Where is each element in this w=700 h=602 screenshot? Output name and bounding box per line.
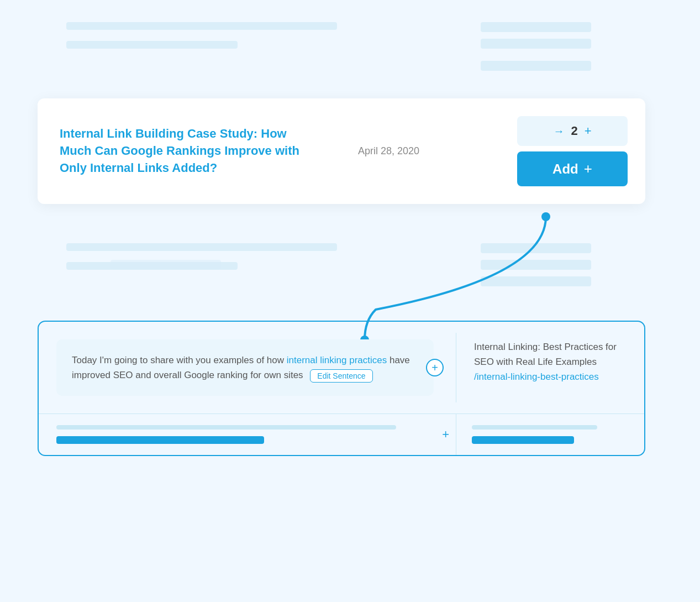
add-button-label: Add [552, 161, 578, 177]
links-badge: → 2 + [517, 116, 628, 146]
bottom-card: Today I'm going to share with you exampl… [38, 321, 645, 456]
bottom-right-panel: Internal Linking: Best Practices for SEO… [456, 322, 644, 413]
row2-right-skeleton-bar [472, 436, 574, 444]
top-card-right: → 2 + Add + [517, 116, 628, 186]
row2-right [456, 414, 644, 455]
skeleton-row-11 [481, 276, 591, 286]
scene: Internal Link Building Case Study: How M… [0, 0, 700, 602]
row2-right-skeleton-line [472, 425, 597, 430]
skeleton-row-10 [481, 260, 591, 270]
arrow-icon: → [553, 125, 564, 138]
sentence-highlight: internal linking practices [287, 355, 387, 365]
sentence-text-before: Today I'm going to share with you exampl… [72, 355, 287, 365]
skeleton-row-8 [481, 243, 591, 253]
article-date: April 28, 2020 [358, 145, 419, 157]
skeleton-row-9 [110, 260, 221, 270]
skeleton-row-5 [481, 61, 591, 71]
skeleton-row-4 [481, 39, 591, 49]
add-button[interactable]: Add + [517, 151, 628, 186]
skeleton-row-6 [66, 243, 337, 251]
skeleton-row-3 [481, 22, 591, 32]
bottom-card-inner: Today I'm going to share with you exampl… [39, 322, 644, 413]
article-title[interactable]: Internal Link Building Case Study: How M… [60, 125, 314, 176]
edit-sentence-button[interactable]: Edit Sentence [310, 369, 372, 383]
row2-skeleton-bar [56, 436, 264, 444]
target-article-link[interactable]: /internal-linking-best-practices [474, 369, 629, 384]
row2-plus-button[interactable]: + [442, 427, 449, 442]
sentence-box: Today I'm going to share with you exampl… [56, 339, 434, 396]
bottom-left-panel: Today I'm going to share with you exampl… [39, 322, 456, 413]
row2-skeleton-line [56, 425, 396, 430]
badge-plus-icon: + [585, 124, 592, 138]
connector-line [0, 0, 700, 602]
svg-point-0 [541, 212, 550, 221]
skeleton-row-1 [66, 22, 337, 30]
skeleton-row-2 [66, 41, 238, 49]
target-article-title: Internal Linking: Best Practices for SEO… [474, 339, 629, 369]
add-link-plus-button[interactable]: + [426, 359, 444, 376]
links-count: 2 [571, 124, 577, 138]
add-button-plus-icon: + [584, 160, 592, 177]
top-card: Internal Link Building Case Study: How M… [38, 98, 645, 204]
top-card-left: Internal Link Building Case Study: How M… [60, 125, 419, 176]
bottom-card-row2: + [39, 413, 644, 455]
row2-left: + [39, 414, 456, 455]
